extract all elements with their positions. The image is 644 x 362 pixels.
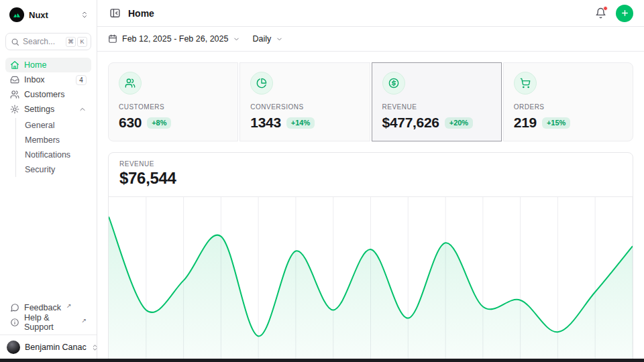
stat-label: REVENUE bbox=[382, 103, 491, 111]
sidebar-footer: Feedback ↗ Help & Support ↗ Benjamin Can… bbox=[5, 300, 91, 357]
stat-delta-badge: +20% bbox=[445, 117, 473, 129]
footer-link-label: Help & Support bbox=[24, 313, 76, 332]
users-icon bbox=[10, 90, 19, 99]
sidebar-nav: Home Inbox 4 Customers Settings bbox=[5, 58, 91, 177]
avatar bbox=[7, 341, 20, 354]
sidebar: Nuxt ⌘ K Home bbox=[0, 0, 97, 362]
granularity-label: Daily bbox=[252, 34, 271, 44]
top-header: Home bbox=[97, 0, 644, 27]
shopping-cart-icon bbox=[514, 72, 537, 95]
chevrons-up-down-icon bbox=[80, 11, 89, 19]
chart-plot-area[interactable]: 14 Feb16 Feb18 Feb20 Feb22 Feb24 Feb bbox=[109, 197, 633, 362]
chart-header: REVENUE $76,544 bbox=[109, 153, 633, 197]
chevron-down-icon bbox=[233, 36, 240, 43]
header-actions bbox=[594, 5, 633, 22]
chart-current-value: $76,544 bbox=[119, 169, 622, 188]
chart-title: REVENUE bbox=[119, 160, 622, 168]
sidebar-item-customers[interactable]: Customers bbox=[5, 87, 91, 102]
user-name: Benjamin Canac bbox=[25, 343, 87, 352]
sidebar-item-home[interactable]: Home bbox=[5, 58, 91, 72]
submenu-label: Notifications bbox=[25, 150, 70, 160]
granularity-select[interactable]: Daily bbox=[252, 34, 283, 44]
window-bottom-edge bbox=[0, 359, 644, 362]
date-range-label: Feb 12, 2025 - Feb 26, 2025 bbox=[122, 34, 228, 44]
main-panel: Home Feb 12, 2025 - Feb 26, 2025 bbox=[97, 0, 644, 362]
date-range-picker[interactable]: Feb 12, 2025 - Feb 26, 2025 bbox=[108, 34, 240, 44]
info-circle-icon bbox=[10, 318, 19, 327]
dollar-circle-icon bbox=[382, 72, 405, 95]
nuxt-logo-icon bbox=[9, 7, 24, 22]
inbox-count-badge: 4 bbox=[76, 75, 87, 85]
external-link-icon: ↗ bbox=[81, 317, 87, 324]
chevron-down-icon bbox=[276, 36, 283, 43]
app-window: Nuxt ⌘ K Home bbox=[0, 0, 644, 362]
stat-label: ORDERS bbox=[514, 103, 623, 111]
sidebar-item-security[interactable]: Security bbox=[25, 162, 91, 177]
submenu-label: Members bbox=[25, 135, 60, 145]
external-link-icon: ↗ bbox=[66, 302, 72, 309]
search-input[interactable] bbox=[23, 37, 62, 46]
sidebar-item-general[interactable]: General bbox=[25, 118, 91, 133]
calendar-icon bbox=[108, 34, 117, 44]
stat-value: 219 bbox=[514, 115, 537, 131]
workspace-name: Nuxt bbox=[29, 10, 48, 20]
gear-icon bbox=[10, 105, 19, 114]
stat-label: CONVERSIONS bbox=[250, 103, 359, 111]
search-icon bbox=[11, 38, 19, 46]
sidebar-item-members[interactable]: Members bbox=[25, 133, 91, 147]
revenue-chart-card: REVENUE $76,544 14 Feb16 Feb18 Feb20 Feb… bbox=[108, 152, 633, 362]
sidebar-item-notifications[interactable]: Notifications bbox=[25, 147, 91, 162]
add-button[interactable] bbox=[616, 5, 633, 22]
submenu-label: General bbox=[25, 121, 54, 130]
notifications-button[interactable] bbox=[594, 6, 608, 20]
filter-toolbar: Feb 12, 2025 - Feb 26, 2025 Daily bbox=[97, 27, 644, 52]
stat-card-orders[interactable]: ORDERS 219 +15% bbox=[503, 62, 633, 141]
kbd-meta: ⌘ bbox=[66, 37, 76, 47]
page-title: Home bbox=[128, 8, 154, 19]
collapse-sidebar-button[interactable] bbox=[108, 6, 122, 20]
sidebar-item-label: Home bbox=[24, 60, 46, 70]
user-menu[interactable]: Benjamin Canac bbox=[0, 335, 97, 357]
submenu-label: Security bbox=[25, 165, 55, 174]
workspace-switcher[interactable]: Nuxt bbox=[5, 5, 91, 24]
stat-label: CUSTOMERS bbox=[119, 103, 227, 111]
sidebar-item-inbox[interactable]: Inbox 4 bbox=[5, 72, 91, 87]
notification-dot bbox=[603, 6, 608, 11]
chat-bubble-icon bbox=[10, 303, 19, 312]
kbd-key: K bbox=[77, 37, 87, 47]
sidebar-item-label: Customers bbox=[24, 90, 64, 99]
home-icon bbox=[10, 60, 19, 70]
pie-chart-icon bbox=[250, 72, 273, 95]
stat-value: 1343 bbox=[250, 115, 281, 131]
sidebar-spacer bbox=[5, 177, 91, 300]
stat-delta-badge: +15% bbox=[542, 117, 570, 129]
dashboard-content: CUSTOMERS 630 +8% CONVERSIONS 1343 +14% bbox=[97, 52, 644, 362]
search-input-wrap: ⌘ K bbox=[5, 33, 91, 50]
stat-delta-badge: +8% bbox=[147, 117, 171, 129]
users-icon bbox=[119, 72, 142, 95]
stats-row: CUSTOMERS 630 +8% CONVERSIONS 1343 +14% bbox=[108, 62, 633, 141]
stat-card-revenue[interactable]: REVENUE $477,626 +20% bbox=[372, 62, 502, 141]
sidebar-item-label: Settings bbox=[24, 105, 54, 114]
plus-icon bbox=[621, 9, 629, 17]
stat-card-conversions[interactable]: CONVERSIONS 1343 +14% bbox=[239, 62, 370, 141]
inbox-icon bbox=[10, 75, 19, 84]
sidebar-item-label: Inbox bbox=[24, 75, 45, 84]
stat-value: 630 bbox=[119, 115, 142, 131]
stat-card-customers[interactable]: CUSTOMERS 630 +8% bbox=[108, 62, 238, 141]
footer-link-label: Feedback bbox=[24, 303, 61, 312]
sidebar-item-settings[interactable]: Settings bbox=[5, 102, 91, 117]
revenue-area-chart[interactable]: 14 Feb16 Feb18 Feb20 Feb22 Feb24 Feb bbox=[109, 197, 633, 362]
search-shortcut: ⌘ K bbox=[66, 37, 87, 47]
chevron-up-icon bbox=[78, 105, 87, 113]
help-support-link[interactable]: Help & Support ↗ bbox=[5, 315, 91, 330]
stat-delta-badge: +14% bbox=[286, 117, 315, 129]
stat-value: $477,626 bbox=[382, 115, 439, 131]
settings-submenu: General Members Notifications Security bbox=[15, 118, 91, 177]
